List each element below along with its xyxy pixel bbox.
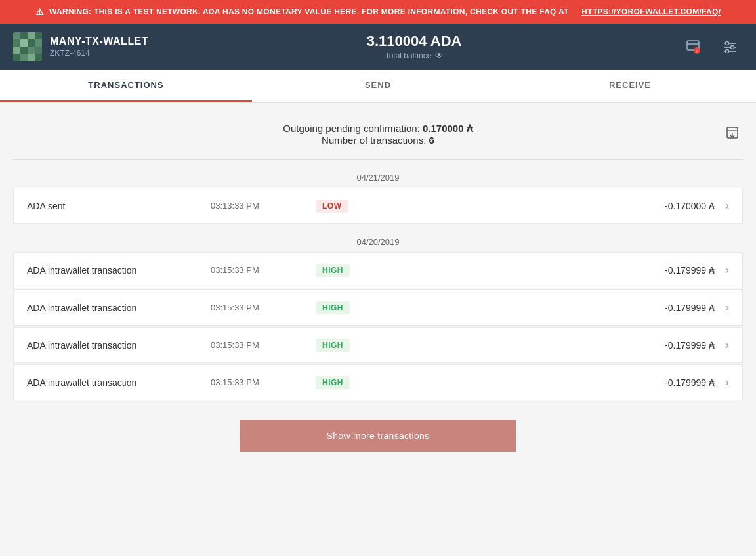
tx-badge: HIGH [316,339,381,352]
balance-section: 3.110004 ADA Total balance 👁 [148,33,680,60]
pending-label: Outgoing pending confirmation: [283,123,419,134]
badge-low: LOW [316,200,348,213]
tx-type: ADA intrawallet transaction [27,377,211,388]
expand-icon[interactable]: › [725,375,729,389]
wallet-info: MANY-TX-WALLET ZKTZ-4614 [13,32,148,61]
settings-icon[interactable] [717,33,743,60]
tx-type: ADA intrawallet transaction [27,303,211,313]
expand-icon[interactable]: › [725,199,729,213]
transaction-row[interactable]: ADA intrawallet transaction 03:15:33 PM … [13,252,743,288]
tx-count-label: Number of transactions: [322,135,426,146]
balance-toggle-icon[interactable]: 👁 [435,51,443,60]
transaction-row[interactable]: ADA intrawallet transaction 03:15:33 PM … [13,364,743,400]
badge-high: HIGH [316,339,350,352]
show-more-container: Show more transactions [240,420,516,452]
tx-badge: HIGH [316,376,381,389]
warning-icon: ⚠ [35,7,44,17]
tab-transactions[interactable]: TRANSACTIONS [0,70,252,102]
tabs: TRANSACTIONS SEND RECEIVE [0,70,756,103]
tab-receive[interactable]: RECEIVE [504,70,756,102]
main-content: Outgoing pending confirmation: 0.170000 … [0,103,756,491]
warning-text: WARNING: THIS IS A TEST NETWORK. ADA HAS… [49,7,569,16]
tx-type: ADA sent [27,201,211,211]
tx-time: 03:15:33 PM [211,377,316,387]
expand-icon[interactable]: › [725,338,729,352]
pending-amount-val: 0.170000 [423,123,464,134]
tx-time: 03:15:33 PM [211,340,316,350]
wallet-id: ZKTZ-4614 [50,49,148,58]
ada-symbol-pending: ₳ [467,123,473,134]
tx-amount: -0.179999 ₳ [381,377,715,388]
tx-amount: -0.179999 ₳ [381,265,715,276]
export-button[interactable] [722,122,743,146]
badge-high: HIGH [316,301,350,314]
svg-point-8 [731,46,734,49]
date-header-2: 04/20/2019 [13,237,743,247]
balance-label: Total balance 👁 [148,51,680,60]
expand-icon[interactable]: › [725,263,729,277]
svg-point-7 [726,42,729,45]
tx-badge: LOW [316,200,381,213]
date-header-1: 04/21/2019 [13,173,743,182]
tx-type: ADA intrawallet transaction [27,340,211,351]
warning-link[interactable]: HTTPS://YOROI-WALLET.COM/FAQ/ [581,7,721,16]
tx-amount: -0.170000 ₳ [381,201,715,211]
header: MANY-TX-WALLET ZKTZ-4614 3.110004 ADA To… [0,24,756,70]
notifications-icon[interactable]: ! [680,33,706,60]
transaction-row[interactable]: ADA intrawallet transaction 03:15:33 PM … [13,289,743,326]
tab-send[interactable]: SEND [252,70,504,102]
divider [13,159,743,160]
tx-badge: HIGH [316,264,381,277]
wallet-avatar [13,32,42,61]
svg-point-9 [726,50,729,53]
transaction-row[interactable]: ADA sent 03:13:33 PM LOW -0.170000 ₳ › [13,188,743,224]
wallet-name: MANY-TX-WALLET [50,35,148,47]
tx-badge: HIGH [316,301,381,314]
warning-bar: ⚠ WARNING: THIS IS A TEST NETWORK. ADA H… [0,0,756,24]
badge-high: HIGH [316,376,350,389]
tx-time: 03:13:33 PM [211,201,316,211]
expand-icon[interactable]: › [725,301,729,314]
summary-text: Outgoing pending confirmation: 0.170000 … [283,123,472,146]
wallet-details: MANY-TX-WALLET ZKTZ-4614 [50,35,148,58]
badge-high: HIGH [316,264,350,277]
show-more-button[interactable]: Show more transactions [240,420,516,452]
tx-count-val: 6 [429,135,434,146]
tx-time: 03:15:33 PM [211,303,316,312]
tx-amount: -0.179999 ₳ [381,340,715,351]
tx-type: ADA intrawallet transaction [27,265,211,276]
header-actions: ! [680,33,743,60]
balance-amount: 3.110004 ADA [148,33,680,50]
svg-text:!: ! [696,49,698,54]
tx-time: 03:15:33 PM [211,265,316,275]
transaction-row[interactable]: ADA intrawallet transaction 03:15:33 PM … [13,327,743,363]
tx-amount: -0.179999 ₳ [381,303,715,313]
summary-section: Outgoing pending confirmation: 0.170000 … [13,123,743,146]
